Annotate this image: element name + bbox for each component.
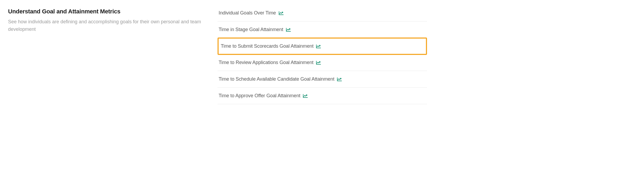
section-header: Understand Goal and Attainment Metrics S… — [8, 8, 201, 104]
metrics-section: Understand Goal and Attainment Metrics S… — [8, 8, 427, 104]
section-description: See how individuals are defining and acc… — [8, 18, 201, 33]
report-label: Individual Goals Over Time — [219, 10, 276, 16]
report-list: Individual Goals Over Time Time in Stage… — [218, 8, 427, 104]
line-chart-icon — [286, 28, 291, 32]
highlighted-report-box: Time to Submit Scorecards Goal Attainmen… — [218, 38, 427, 55]
report-label: Time to Schedule Available Candidate Goa… — [219, 76, 334, 82]
report-label: Time in Stage Goal Attainment — [219, 27, 283, 32]
line-chart-icon — [279, 11, 284, 15]
report-individual-goals-over-time[interactable]: Individual Goals Over Time — [218, 8, 427, 21]
report-time-to-schedule-available-candidate-goal-attainment[interactable]: Time to Schedule Available Candidate Goa… — [218, 71, 427, 88]
report-time-to-approve-offer-goal-attainment[interactable]: Time to Approve Offer Goal Attainment — [218, 88, 427, 104]
report-label: Time to Submit Scorecards Goal Attainmen… — [221, 43, 313, 49]
line-chart-icon — [303, 94, 308, 98]
report-time-in-stage-goal-attainment[interactable]: Time in Stage Goal Attainment — [218, 21, 427, 38]
line-chart-icon — [316, 44, 321, 48]
report-label: Time to Approve Offer Goal Attainment — [219, 93, 300, 99]
section-title: Understand Goal and Attainment Metrics — [8, 8, 201, 15]
report-time-to-submit-scorecards-goal-attainment[interactable]: Time to Submit Scorecards Goal Attainmen… — [219, 39, 426, 54]
report-label: Time to Review Applications Goal Attainm… — [219, 60, 313, 65]
report-time-to-review-applications-goal-attainment[interactable]: Time to Review Applications Goal Attainm… — [218, 54, 427, 71]
line-chart-icon — [337, 77, 342, 81]
line-chart-icon — [316, 61, 321, 65]
